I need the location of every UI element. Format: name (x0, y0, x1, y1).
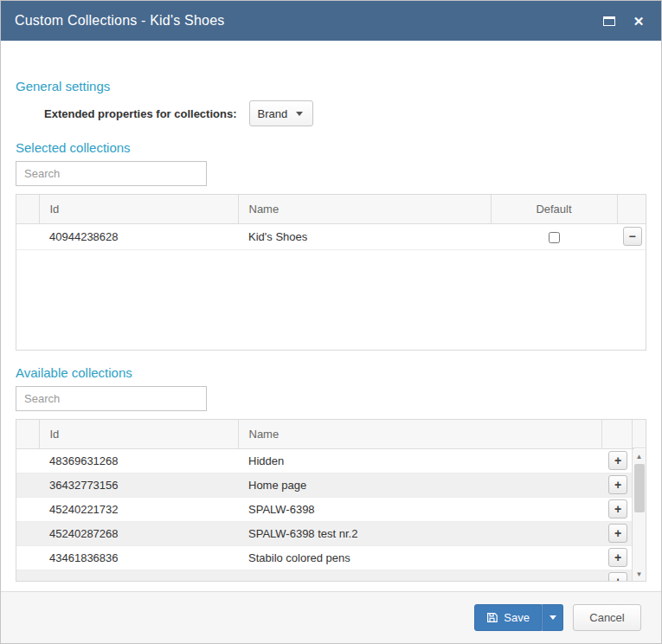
dialog-title: Custom Collections - Kid's Shoes (15, 13, 588, 29)
row-id-cell: 48369631268 (39, 448, 238, 473)
row-action-cell: − (617, 223, 646, 249)
available-collections-grid: Id Name 48369631268Hidden+36432773156Hom… (16, 419, 646, 582)
dialog-content: General settings Extended properties for… (1, 41, 661, 591)
general-settings-heading: General settings (16, 79, 646, 93)
remove-collection-button[interactable]: − (623, 227, 642, 246)
save-split-button: Save (474, 604, 563, 631)
row-action-cell: + (601, 448, 634, 473)
row-spacer-cell (16, 223, 39, 249)
maximize-button[interactable] (601, 12, 618, 29)
available-search-input[interactable] (16, 386, 207, 411)
header-name: Name (238, 420, 601, 448)
row-spacer-cell (16, 521, 39, 545)
row-id-cell: 45240221732 (39, 497, 238, 521)
extended-properties-label: Extended properties for collections: (44, 107, 237, 120)
row-name-cell: Kid's Shoes (238, 223, 491, 249)
header-id: Id (39, 420, 238, 448)
table-row: 45240221732SPALW-6398+ (16, 497, 634, 521)
selected-collections-grid: Id Name Default 40944238628Kid's Shoes− (16, 194, 646, 351)
maximize-icon (603, 16, 615, 26)
row-spacer-cell (16, 448, 39, 473)
scroll-up-icon[interactable]: ▲ (633, 449, 646, 463)
row-spacer-cell (16, 545, 39, 570)
table-row: 48369631268Hidden+ (16, 448, 634, 473)
row-spacer-cell (16, 570, 39, 582)
header-default: Default (491, 195, 617, 223)
row-id-cell: 36432773156 (39, 473, 238, 497)
row-name-cell (238, 570, 601, 582)
header-action-cell (601, 420, 634, 448)
row-spacer-cell (16, 473, 39, 497)
dialog-titlebar: Custom Collections - Kid's Shoes ✕ (1, 1, 661, 41)
row-id-cell: 40944238628 (39, 223, 238, 249)
custom-collections-dialog: Custom Collections - Kid's Shoes ✕ Gener… (0, 0, 662, 644)
selected-search-input[interactable] (16, 161, 207, 186)
row-name-cell: Home page (238, 473, 601, 497)
row-name-cell: Hidden (238, 448, 601, 473)
row-action-cell: + (601, 521, 634, 545)
header-spacer-cell (16, 420, 39, 448)
save-options-button[interactable] (542, 604, 563, 631)
table-row: 36432773156Home page+ (16, 473, 634, 497)
row-spacer-cell (16, 497, 39, 521)
scrollbar-header-cap (632, 420, 646, 448)
row-default-cell (491, 223, 617, 249)
row-action-cell: + (601, 473, 634, 497)
scrollbar-thumb[interactable] (634, 464, 645, 512)
row-name-cell: SPALW-6398 (238, 497, 601, 521)
row-id-cell: 43461836836 (39, 545, 238, 570)
table-row: 43461836836Stabilo colored pens+ (16, 545, 634, 570)
chevron-down-icon (550, 615, 556, 620)
add-collection-button[interactable]: + (608, 475, 627, 494)
table-row: + (16, 570, 634, 582)
save-icon (486, 612, 498, 623)
add-collection-button[interactable]: + (608, 524, 627, 543)
row-id-cell (39, 570, 238, 582)
chevron-down-icon (296, 112, 303, 116)
save-button[interactable]: Save (474, 604, 542, 631)
extended-properties-dropdown[interactable]: Brand (249, 100, 313, 126)
close-icon: ✕ (633, 15, 645, 28)
vertical-scrollbar[interactable]: ▲ ▼ (632, 449, 646, 581)
row-id-cell: 45240287268 (39, 521, 238, 545)
dropdown-value: Brand (258, 107, 288, 120)
table-row: 40944238628Kid's Shoes− (16, 223, 646, 249)
header-id: Id (39, 195, 238, 223)
available-collections-heading: Available collections (16, 365, 646, 380)
add-collection-button[interactable]: + (608, 548, 627, 567)
table-row: 45240287268SPALW-6398 test nr.2+ (16, 521, 634, 545)
selected-collections-heading: Selected collections (16, 140, 646, 155)
add-collection-button[interactable]: + (608, 451, 627, 470)
add-collection-button[interactable]: + (608, 499, 627, 518)
extended-properties-row: Extended properties for collections: Bra… (16, 100, 646, 126)
row-action-cell: + (601, 545, 634, 570)
header-action-cell (617, 195, 646, 223)
grid-header-row: Id Name Default (16, 195, 646, 223)
cancel-button[interactable]: Cancel (573, 604, 641, 631)
close-button[interactable]: ✕ (630, 12, 647, 29)
row-action-cell: + (601, 570, 634, 582)
default-checkbox[interactable] (549, 232, 560, 243)
header-name: Name (238, 195, 491, 223)
grid-header-row: Id Name (16, 420, 634, 448)
save-button-label: Save (504, 611, 530, 624)
row-name-cell: Stabilo colored pens (238, 545, 601, 570)
row-action-cell: + (601, 497, 634, 521)
header-spacer-cell (16, 195, 39, 223)
add-collection-button[interactable]: + (608, 572, 627, 582)
row-name-cell: SPALW-6398 test nr.2 (238, 521, 601, 545)
dialog-footer: Save Cancel (1, 591, 661, 643)
scroll-down-icon[interactable]: ▼ (633, 567, 646, 581)
